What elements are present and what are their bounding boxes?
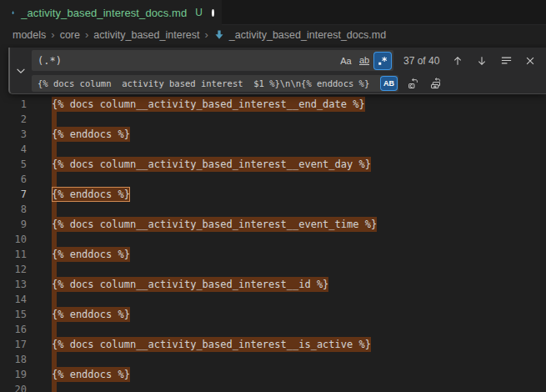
code-line: 5{% docs column__activity_based_interest… <box>0 157 546 172</box>
line-content[interactable] <box>27 352 57 367</box>
tab-bar: _activity_based_interest_docs.md U <box>0 0 546 25</box>
line-content[interactable]: {% docs column__activity_based_interest_… <box>27 217 377 232</box>
line-content[interactable]: {% docs column__activity_based_interest_… <box>27 157 371 172</box>
line-content[interactable]: {% enddocs %} <box>27 127 130 142</box>
code-line: 2 <box>0 112 546 127</box>
line-number: 12 <box>0 262 27 277</box>
find-match-highlight <box>52 232 57 247</box>
find-input[interactable]: (.*) Aa ab <box>32 50 393 71</box>
line-number: 1 <box>0 97 27 112</box>
replace-row: {% docs column__activity_based_interest_… <box>32 74 546 93</box>
line-content[interactable] <box>27 202 57 217</box>
line-content[interactable]: {% docs column__activity_based_interest_… <box>27 277 328 292</box>
replace-all-button[interactable] <box>427 74 445 93</box>
line-number: 18 <box>0 352 27 367</box>
line-content[interactable] <box>27 262 57 277</box>
close-find-button[interactable] <box>521 52 539 70</box>
line-content[interactable]: {% docs column__activity_based_interest_… <box>27 337 371 352</box>
line-number: 20 <box>0 382 27 392</box>
breadcrumb-separator-icon: › <box>48 28 58 41</box>
match-case-button[interactable]: Aa <box>338 53 354 69</box>
regex-icon <box>377 55 388 67</box>
markdown-file-icon <box>11 7 15 19</box>
line-number: 4 <box>0 142 27 157</box>
next-match-button[interactable] <box>473 52 491 70</box>
match-count: 37 of 40 <box>403 55 439 67</box>
find-row: (.*) Aa ab 37 of 40 <box>32 50 546 71</box>
vscode-window: _activity_based_interest_docs.md U model… <box>0 0 546 392</box>
regex-button[interactable] <box>374 53 391 69</box>
editor[interactable]: 1{% docs column__activity_based_interest… <box>0 44 546 392</box>
replace-input[interactable]: {% docs column__activity_based_interest_… <box>32 75 398 92</box>
code-line: 14 <box>0 292 546 307</box>
find-match-highlight: {% enddocs %} <box>52 247 130 262</box>
find-query-text: (.*) <box>38 55 338 67</box>
line-content[interactable] <box>27 142 57 157</box>
find-in-selection-button[interactable] <box>497 52 515 70</box>
breadcrumb-item[interactable]: core <box>58 29 82 41</box>
replace-all-icon <box>429 77 443 90</box>
find-match-highlight <box>52 382 57 392</box>
arrow-up-icon <box>452 55 463 67</box>
find-match-highlight: {% docs column__activity_based_interest_… <box>52 217 377 232</box>
find-replace-widget: (.*) Aa ab 37 of 40 <box>8 48 546 94</box>
close-icon <box>524 55 536 67</box>
line-content[interactable] <box>27 172 57 187</box>
line-content[interactable]: {% enddocs %} <box>27 247 130 262</box>
find-match-highlight <box>52 202 57 217</box>
line-content[interactable]: {% enddocs %} <box>27 367 130 382</box>
code-line: 10 <box>0 232 546 247</box>
line-content[interactable] <box>27 112 57 127</box>
code-line: 17{% docs column__activity_based_interes… <box>0 337 546 352</box>
replace-value-text: {% docs column__activity_based_interest_… <box>38 78 381 88</box>
line-number: 6 <box>0 172 27 187</box>
preserve-case-button[interactable]: AB <box>381 77 397 90</box>
line-content[interactable] <box>27 292 57 307</box>
find-match-highlight: {% enddocs %} <box>52 367 130 382</box>
replace-icon <box>407 77 420 90</box>
markdown-file-icon <box>213 29 225 41</box>
breadcrumb-separator-icon: › <box>201 28 211 41</box>
tab-activity-based-interest-docs[interactable]: _activity_based_interest_docs.md U <box>0 0 222 25</box>
code-line: 3{% enddocs %} <box>0 127 546 142</box>
unsaved-changes-dot[interactable] <box>212 9 214 17</box>
line-number: 3 <box>0 127 27 142</box>
line-content[interactable]: {% enddocs %} <box>27 187 130 202</box>
code-line: 7{% enddocs %} <box>0 187 546 202</box>
find-match-highlight <box>52 112 57 127</box>
previous-match-button[interactable] <box>448 52 467 70</box>
breadcrumb-item[interactable]: activity_based_interest <box>92 29 201 41</box>
toggle-replace-button[interactable] <box>10 48 32 93</box>
line-content[interactable] <box>27 322 57 337</box>
find-match-highlight: {% enddocs %} <box>52 127 130 142</box>
breadcrumb: models›core›activity_based_interest› _ac… <box>0 25 546 44</box>
tab-title: _activity_based_interest_docs.md <box>21 7 187 19</box>
breadcrumb-file[interactable]: _activity_based_interest_docs.md <box>212 29 386 41</box>
find-match-highlight: {% docs column__activity_based_interest_… <box>52 157 371 172</box>
code-line: 16 <box>0 322 546 337</box>
breadcrumb-item[interactable]: models <box>11 29 48 41</box>
find-match-highlight <box>52 142 57 157</box>
find-match-highlight <box>52 262 57 277</box>
code-line: 9{% docs column__activity_based_interest… <box>0 217 546 232</box>
breadcrumb-separator-icon: › <box>82 28 92 41</box>
line-number: 11 <box>0 247 27 262</box>
code-lines: 1{% docs column__activity_based_interest… <box>0 44 546 392</box>
code-line: 12 <box>0 262 546 277</box>
line-number: 8 <box>0 202 27 217</box>
line-number: 2 <box>0 112 27 127</box>
line-number: 7 <box>0 187 27 202</box>
line-content[interactable]: {% enddocs %} <box>27 307 130 322</box>
whole-word-button[interactable]: ab <box>356 53 373 69</box>
code-line: 15{% enddocs %} <box>0 307 546 322</box>
line-content[interactable]: {% docs column__activity_based_interest_… <box>27 97 365 112</box>
find-match-highlight <box>52 292 57 307</box>
line-content[interactable] <box>27 382 57 392</box>
find-match-highlight <box>52 322 57 337</box>
line-number: 13 <box>0 277 27 292</box>
line-number: 5 <box>0 157 27 172</box>
replace-button[interactable] <box>404 74 423 93</box>
line-content[interactable] <box>27 232 57 247</box>
code-line: 13{% docs column__activity_based_interes… <box>0 277 546 292</box>
find-match-highlight: {% docs column__activity_based_interest_… <box>52 97 365 112</box>
